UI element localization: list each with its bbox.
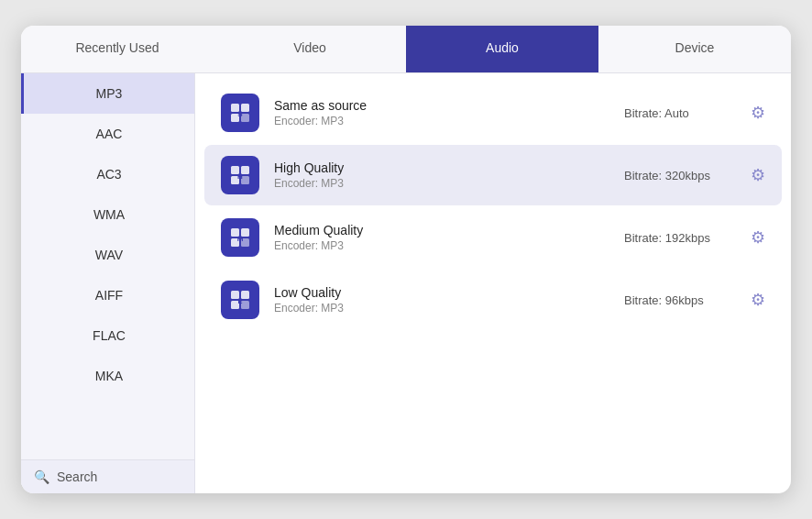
preset-name-low-quality: Low Quality xyxy=(274,285,624,300)
preset-bitrate-medium-quality: Bitrate: 192kbps xyxy=(624,231,734,245)
svg-text:M: M xyxy=(237,235,244,243)
preset-row-high-quality[interactable]: H High Quality Encoder: MP3 Bitrate: 320… xyxy=(204,145,782,205)
search-button[interactable]: 🔍 Search xyxy=(21,459,194,493)
preset-info-medium-quality: Medium Quality Encoder: MP3 xyxy=(274,223,624,252)
settings-icon-medium-quality[interactable]: ⚙ xyxy=(751,227,765,248)
preset-row-medium-quality[interactable]: M Medium Quality Encoder: MP3 Bitrate: 1… xyxy=(204,207,782,268)
preset-icon-low-quality: L xyxy=(221,281,259,319)
preset-name-same-as-source: Same as source xyxy=(274,98,624,113)
sidebar-item-mp3[interactable]: MP3 xyxy=(21,73,194,114)
tab-video[interactable]: Video xyxy=(214,26,406,72)
preset-bitrate-low-quality: Bitrate: 96kbps xyxy=(624,293,734,307)
preset-info-same-as-source: Same as source Encoder: MP3 xyxy=(274,98,624,127)
preset-bitrate-high-quality: Bitrate: 320kbps xyxy=(624,169,734,182)
sidebar-item-ac3[interactable]: AC3 xyxy=(21,154,194,194)
settings-icon-high-quality[interactable]: ⚙ xyxy=(751,165,765,185)
settings-icon-low-quality[interactable]: ⚙ xyxy=(751,290,765,310)
svg-text:S: S xyxy=(237,110,243,118)
preset-row-low-quality[interactable]: L Low Quality Encoder: MP3 Bitrate: 96kb… xyxy=(204,270,782,330)
svg-text:L: L xyxy=(238,297,243,305)
preset-row-same-as-source[interactable]: S Same as source Encoder: MP3 Bitrate: A… xyxy=(204,83,782,143)
presets-list: S Same as source Encoder: MP3 Bitrate: A… xyxy=(195,73,791,493)
sidebar-item-aiff[interactable]: AIFF xyxy=(21,275,194,315)
search-icon: 🔍 xyxy=(34,469,49,484)
svg-text:H: H xyxy=(237,172,243,181)
preset-icon-same-as-source: S xyxy=(221,94,259,132)
tabs-bar: Recently UsedVideoAudioDevice xyxy=(21,26,791,73)
tab-recently-used[interactable]: Recently Used xyxy=(21,26,214,72)
search-label: Search xyxy=(57,469,97,484)
preset-name-high-quality: High Quality xyxy=(274,160,624,175)
tab-audio[interactable]: Audio xyxy=(406,26,598,72)
sidebar-item-wma[interactable]: WMA xyxy=(21,194,194,235)
preset-bitrate-same-as-source: Bitrate: Auto xyxy=(624,106,734,120)
preset-icon-high-quality: H xyxy=(221,156,259,194)
body: MP3AACAC3WMAWAVAIFFFLACMKA 🔍 Search S Sa… xyxy=(21,73,791,493)
preset-info-low-quality: Low Quality Encoder: MP3 xyxy=(274,285,624,315)
preset-encoder-high-quality: Encoder: MP3 xyxy=(274,177,624,190)
preset-encoder-medium-quality: Encoder: MP3 xyxy=(274,239,624,252)
tab-device[interactable]: Device xyxy=(598,26,791,72)
preset-icon-medium-quality: M xyxy=(221,218,259,257)
preset-info-high-quality: High Quality Encoder: MP3 xyxy=(274,160,624,190)
sidebar-item-aac[interactable]: AAC xyxy=(21,114,194,154)
sidebar-item-mka[interactable]: MKA xyxy=(21,356,194,396)
settings-icon-same-as-source[interactable]: ⚙ xyxy=(751,103,765,123)
sidebar-item-flac[interactable]: FLAC xyxy=(21,315,194,356)
preset-name-medium-quality: Medium Quality xyxy=(274,223,624,237)
sidebar-item-wav[interactable]: WAV xyxy=(21,235,194,275)
preset-encoder-low-quality: Encoder: MP3 xyxy=(274,302,624,315)
sidebar: MP3AACAC3WMAWAVAIFFFLACMKA 🔍 Search xyxy=(21,73,195,493)
preset-encoder-same-as-source: Encoder: MP3 xyxy=(274,115,624,127)
sidebar-list: MP3AACAC3WMAWAVAIFFFLACMKA xyxy=(21,73,194,459)
main-window: Recently UsedVideoAudioDevice MP3AACAC3W… xyxy=(21,26,791,493)
